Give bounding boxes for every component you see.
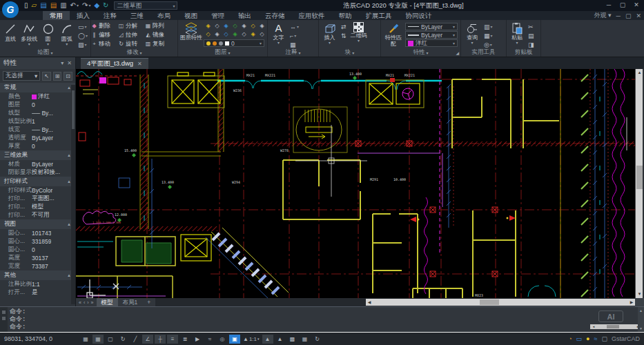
modify-拉伸-button[interactable]: ◿拉伸	[118, 30, 145, 39]
command-window[interactable]: 命令:命令:命令: AI ◂ ▸ ▲▼	[0, 306, 644, 333]
property-row[interactable]: 高度30137	[0, 254, 75, 262]
grid-display-toggle[interactable]: ▦	[92, 335, 104, 344]
close-button[interactable]: ✕	[630, 0, 643, 10]
ai-assistant-button[interactable]: AI	[598, 310, 623, 322]
quick-properties-toggle[interactable]: ▶	[192, 335, 203, 344]
property-row[interactable]: 材质ByLayer	[0, 160, 75, 168]
layer-tool-icon[interactable]: ◈	[222, 22, 231, 30]
layer-tool-icon[interactable]: ◈	[204, 22, 213, 30]
child-restore-button[interactable]: ▢	[625, 12, 632, 19]
polyline-button[interactable]: 多段线 ▾	[20, 21, 38, 49]
property-row[interactable]: 圆心...0	[0, 246, 75, 254]
command-window-grip[interactable]	[0, 307, 8, 332]
text-button[interactable]: A 文字 ▾	[269, 21, 288, 49]
clipboard-group-label[interactable]: 剪贴板	[507, 48, 540, 57]
ribbon-tab-帮助[interactable]: 帮助	[332, 11, 359, 20]
workspace-toggle-icon[interactable]: ◆	[93, 1, 100, 10]
hatch-background-toggle[interactable]: ▩	[287, 335, 298, 344]
modify-分解-button[interactable]: ◫分解	[118, 21, 145, 30]
section-常规[interactable]: 常规▲	[0, 83, 75, 92]
document-tab[interactable]: 4平面图_t3.dwg ✕	[81, 58, 148, 69]
network-status-icon[interactable]: ≈	[594, 335, 598, 342]
property-row[interactable]: 线型比例1	[0, 117, 75, 126]
layers-group-label[interactable]: 图层▾	[178, 48, 267, 57]
layout-nav-icon[interactable]: «	[79, 300, 81, 305]
modify-group-label[interactable]: 修改▾	[91, 48, 177, 57]
annotation-monitor-toggle[interactable]: ≈	[204, 335, 215, 344]
selection-combo[interactable]: 无选择▾	[3, 71, 40, 81]
drawing-canvas[interactable]: MX21MX22113.400MX21MX221W236W27815.400M2…	[76, 69, 644, 298]
ortho-mode-toggle[interactable]: ╱	[130, 335, 141, 344]
auto-annotation-scale-toggle[interactable]: ▲	[275, 335, 286, 344]
match-properties-button[interactable]: 特性匹配	[382, 21, 404, 49]
dimension-button[interactable]: ↔▾	[289, 22, 300, 31]
property-row[interactable]: 线型── By...	[0, 109, 75, 117]
property-row[interactable]: 线宽── By...	[0, 126, 75, 134]
ribbon-tab-视图[interactable]: 视图	[177, 11, 204, 20]
selection-cycling-toggle[interactable]: ▢	[105, 335, 116, 344]
insert-block-button[interactable]: 插入 ▾	[320, 21, 339, 49]
redo-icon[interactable]: ↷▾	[81, 1, 91, 10]
zoom-tool-toggle[interactable]: ◎	[217, 335, 228, 344]
layer-tool-icon[interactable]: ◇	[213, 22, 222, 30]
property-row[interactable]: 颜色洋红	[0, 92, 75, 101]
polar-tracking-toggle[interactable]: ∠	[142, 335, 153, 344]
ribbon-tab-输出[interactable]: 输出	[231, 11, 258, 20]
ribbon-tab-常用[interactable]: 常用	[43, 11, 70, 20]
line-button[interactable]: 直线	[1, 21, 19, 49]
annotation-scale-toggle[interactable]: ▲1:1▾	[242, 335, 261, 344]
layout-tab-布局1[interactable]: 布局1	[118, 298, 143, 306]
utilities-group-label[interactable]: 实用工具	[461, 48, 506, 57]
command-prompt-line[interactable]: 命令:	[10, 323, 561, 331]
layer-tool-icon[interactable]: ◇	[222, 30, 231, 39]
ribbon-tab-布局[interactable]: 布局	[150, 11, 177, 20]
cut-button[interactable]: ✂	[527, 22, 536, 31]
layer-tool-icon[interactable]: ◇	[231, 22, 240, 30]
lineweight-combo[interactable]: ByLayer▾	[405, 31, 458, 39]
copy-clip-button[interactable]: ▤	[527, 31, 536, 40]
layer-tool-icon[interactable]: ◇	[248, 22, 257, 30]
color-combo[interactable]: 洋红▾	[405, 39, 458, 47]
rectangle-tool-button[interactable]: ▭▾	[77, 22, 89, 31]
scroll-left-icon[interactable]: ◀	[366, 299, 373, 306]
layout-nav-icon[interactable]: ‹	[84, 300, 85, 305]
paste-button[interactable]: 粘贴 ▾	[508, 21, 526, 49]
dynamic-input-toggle[interactable]: ↻	[117, 335, 128, 344]
cmd-hscroll-thumb[interactable]	[607, 325, 619, 328]
quick-select-panel-button[interactable]: ⊞	[53, 72, 62, 81]
pick-object-button[interactable]: ↖	[42, 72, 51, 81]
command-history[interactable]: 命令:命令:命令:	[10, 308, 561, 331]
qrcode-button[interactable]: 二维码 ▾	[349, 21, 369, 49]
maximize-button[interactable]: ▢	[616, 0, 629, 10]
property-row[interactable]: 圆心...331859	[0, 237, 75, 246]
panel-pin-icon[interactable]: ▾	[61, 60, 64, 66]
property-row[interactable]: 宽度73387	[0, 262, 75, 270]
layout-nav-icon[interactable]: ›	[87, 300, 88, 305]
save-icon[interactable]: ▤	[39, 1, 47, 10]
cmd-scroll-left-icon[interactable]: ◂	[590, 324, 597, 329]
fullscreen-frame-icon[interactable]: ▢	[601, 335, 607, 342]
property-row[interactable]: 阴影显示投射和接...	[0, 168, 75, 177]
child-minimize-button[interactable]: ─	[616, 12, 621, 19]
save-all-icon[interactable]: ▤	[50, 1, 57, 10]
property-row[interactable]: 打印样式ByColor	[0, 186, 75, 195]
workspace-combo[interactable]: 二维草图▾	[114, 1, 177, 10]
properties-dialog-launcher-icon[interactable]: ◢	[456, 50, 459, 55]
section-视图[interactable]: 视图▲	[0, 219, 75, 229]
ribbon-tab-注释[interactable]: 注释	[97, 11, 124, 20]
toggle-pickadd-button[interactable]: ⊡	[64, 72, 72, 81]
property-row[interactable]: 注释比例1:1	[0, 280, 75, 288]
layer-tool-icon[interactable]: ◈	[257, 22, 266, 30]
layout-nav-icon[interactable]: »	[91, 300, 94, 305]
modify-旋转-button[interactable]: ↻旋转	[118, 39, 145, 48]
measure-button[interactable]: 查询 ▾	[462, 21, 482, 49]
layer-tool-icon[interactable]: ◇	[257, 30, 266, 39]
property-row[interactable]: 打开...是	[0, 288, 75, 297]
minimize-button[interactable]: ─	[603, 0, 615, 10]
layer-tool-icon[interactable]: ◈	[240, 22, 248, 30]
canvas-horizontal-scrollbar[interactable]: ◀ ▶	[366, 299, 635, 306]
plot-icon[interactable]: ▥	[59, 1, 67, 10]
gstarcad-logo-icon[interactable]: G	[2, 1, 19, 18]
canvas-hscroll-thumb[interactable]	[480, 299, 499, 305]
property-row[interactable]: 透明度ByLayer	[0, 134, 75, 142]
